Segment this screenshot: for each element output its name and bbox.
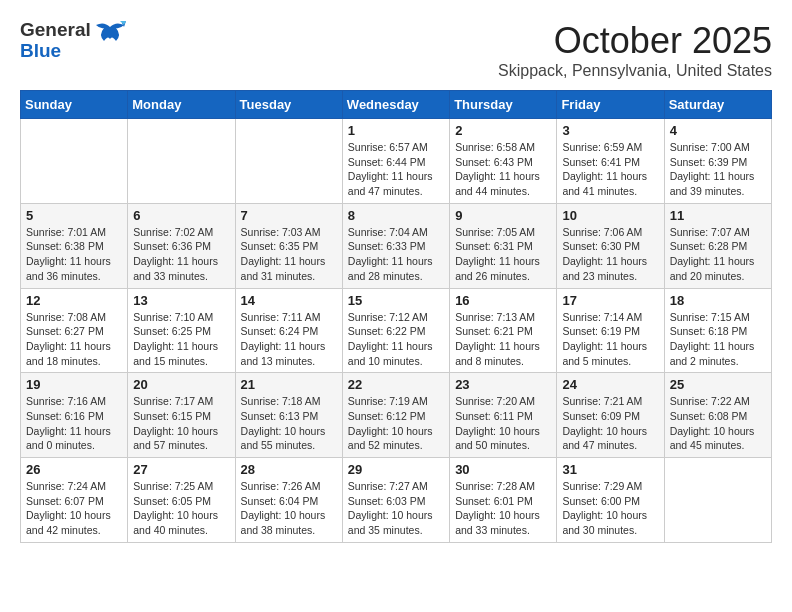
day-info: Sunrise: 7:27 AM Sunset: 6:03 PM Dayligh… (348, 479, 444, 538)
calendar-cell: 21Sunrise: 7:18 AM Sunset: 6:13 PM Dayli… (235, 373, 342, 458)
day-number: 16 (455, 293, 551, 308)
calendar-cell (21, 119, 128, 204)
calendar-cell: 10Sunrise: 7:06 AM Sunset: 6:30 PM Dayli… (557, 203, 664, 288)
calendar-cell: 7Sunrise: 7:03 AM Sunset: 6:35 PM Daylig… (235, 203, 342, 288)
calendar-table: SundayMondayTuesdayWednesdayThursdayFrid… (20, 90, 772, 543)
day-info: Sunrise: 7:19 AM Sunset: 6:12 PM Dayligh… (348, 394, 444, 453)
day-info: Sunrise: 6:57 AM Sunset: 6:44 PM Dayligh… (348, 140, 444, 199)
calendar-cell (235, 119, 342, 204)
calendar-week-4: 19Sunrise: 7:16 AM Sunset: 6:16 PM Dayli… (21, 373, 772, 458)
calendar-cell (128, 119, 235, 204)
day-number: 13 (133, 293, 229, 308)
day-number: 7 (241, 208, 337, 223)
day-info: Sunrise: 7:22 AM Sunset: 6:08 PM Dayligh… (670, 394, 766, 453)
day-info: Sunrise: 7:06 AM Sunset: 6:30 PM Dayligh… (562, 225, 658, 284)
day-info: Sunrise: 7:13 AM Sunset: 6:21 PM Dayligh… (455, 310, 551, 369)
day-info: Sunrise: 7:05 AM Sunset: 6:31 PM Dayligh… (455, 225, 551, 284)
calendar-cell: 26Sunrise: 7:24 AM Sunset: 6:07 PM Dayli… (21, 458, 128, 543)
weekday-header-thursday: Thursday (450, 91, 557, 119)
weekday-header-row: SundayMondayTuesdayWednesdayThursdayFrid… (21, 91, 772, 119)
day-number: 14 (241, 293, 337, 308)
calendar-cell: 8Sunrise: 7:04 AM Sunset: 6:33 PM Daylig… (342, 203, 449, 288)
weekday-header-saturday: Saturday (664, 91, 771, 119)
day-info: Sunrise: 6:58 AM Sunset: 6:43 PM Dayligh… (455, 140, 551, 199)
day-number: 21 (241, 377, 337, 392)
day-info: Sunrise: 7:03 AM Sunset: 6:35 PM Dayligh… (241, 225, 337, 284)
calendar-cell: 13Sunrise: 7:10 AM Sunset: 6:25 PM Dayli… (128, 288, 235, 373)
day-number: 24 (562, 377, 658, 392)
calendar-cell: 2Sunrise: 6:58 AM Sunset: 6:43 PM Daylig… (450, 119, 557, 204)
day-info: Sunrise: 7:02 AM Sunset: 6:36 PM Dayligh… (133, 225, 229, 284)
day-number: 19 (26, 377, 122, 392)
day-number: 27 (133, 462, 229, 477)
day-number: 30 (455, 462, 551, 477)
weekday-header-tuesday: Tuesday (235, 91, 342, 119)
day-number: 3 (562, 123, 658, 138)
calendar-cell: 22Sunrise: 7:19 AM Sunset: 6:12 PM Dayli… (342, 373, 449, 458)
day-number: 20 (133, 377, 229, 392)
day-info: Sunrise: 7:07 AM Sunset: 6:28 PM Dayligh… (670, 225, 766, 284)
day-info: Sunrise: 7:14 AM Sunset: 6:19 PM Dayligh… (562, 310, 658, 369)
page-header: General Blue October 2025 Skippack, Penn… (20, 20, 772, 80)
day-info: Sunrise: 7:00 AM Sunset: 6:39 PM Dayligh… (670, 140, 766, 199)
day-number: 29 (348, 462, 444, 477)
calendar-cell: 15Sunrise: 7:12 AM Sunset: 6:22 PM Dayli… (342, 288, 449, 373)
calendar-body: 1Sunrise: 6:57 AM Sunset: 6:44 PM Daylig… (21, 119, 772, 543)
day-number: 28 (241, 462, 337, 477)
logo-bird-icon (94, 21, 126, 61)
day-info: Sunrise: 7:16 AM Sunset: 6:16 PM Dayligh… (26, 394, 122, 453)
calendar-cell: 29Sunrise: 7:27 AM Sunset: 6:03 PM Dayli… (342, 458, 449, 543)
day-info: Sunrise: 7:12 AM Sunset: 6:22 PM Dayligh… (348, 310, 444, 369)
day-number: 26 (26, 462, 122, 477)
day-info: Sunrise: 7:24 AM Sunset: 6:07 PM Dayligh… (26, 479, 122, 538)
calendar-cell: 16Sunrise: 7:13 AM Sunset: 6:21 PM Dayli… (450, 288, 557, 373)
day-number: 15 (348, 293, 444, 308)
day-number: 6 (133, 208, 229, 223)
calendar-week-5: 26Sunrise: 7:24 AM Sunset: 6:07 PM Dayli… (21, 458, 772, 543)
calendar-cell: 3Sunrise: 6:59 AM Sunset: 6:41 PM Daylig… (557, 119, 664, 204)
day-info: Sunrise: 7:25 AM Sunset: 6:05 PM Dayligh… (133, 479, 229, 538)
calendar-week-1: 1Sunrise: 6:57 AM Sunset: 6:44 PM Daylig… (21, 119, 772, 204)
calendar-cell: 19Sunrise: 7:16 AM Sunset: 6:16 PM Dayli… (21, 373, 128, 458)
month-title: October 2025 (498, 20, 772, 62)
day-number: 25 (670, 377, 766, 392)
calendar-cell: 6Sunrise: 7:02 AM Sunset: 6:36 PM Daylig… (128, 203, 235, 288)
calendar-cell: 9Sunrise: 7:05 AM Sunset: 6:31 PM Daylig… (450, 203, 557, 288)
day-info: Sunrise: 7:20 AM Sunset: 6:11 PM Dayligh… (455, 394, 551, 453)
day-number: 12 (26, 293, 122, 308)
calendar-cell: 31Sunrise: 7:29 AM Sunset: 6:00 PM Dayli… (557, 458, 664, 543)
day-info: Sunrise: 7:04 AM Sunset: 6:33 PM Dayligh… (348, 225, 444, 284)
day-number: 17 (562, 293, 658, 308)
calendar-cell: 25Sunrise: 7:22 AM Sunset: 6:08 PM Dayli… (664, 373, 771, 458)
calendar-cell: 5Sunrise: 7:01 AM Sunset: 6:38 PM Daylig… (21, 203, 128, 288)
day-number: 5 (26, 208, 122, 223)
day-number: 2 (455, 123, 551, 138)
location: Skippack, Pennsylvania, United States (498, 62, 772, 80)
title-block: October 2025 Skippack, Pennsylvania, Uni… (498, 20, 772, 80)
day-info: Sunrise: 7:10 AM Sunset: 6:25 PM Dayligh… (133, 310, 229, 369)
weekday-header-sunday: Sunday (21, 91, 128, 119)
day-number: 10 (562, 208, 658, 223)
day-number: 23 (455, 377, 551, 392)
day-number: 1 (348, 123, 444, 138)
calendar-cell: 30Sunrise: 7:28 AM Sunset: 6:01 PM Dayli… (450, 458, 557, 543)
calendar-cell: 27Sunrise: 7:25 AM Sunset: 6:05 PM Dayli… (128, 458, 235, 543)
day-info: Sunrise: 7:15 AM Sunset: 6:18 PM Dayligh… (670, 310, 766, 369)
calendar-cell: 17Sunrise: 7:14 AM Sunset: 6:19 PM Dayli… (557, 288, 664, 373)
calendar-cell: 4Sunrise: 7:00 AM Sunset: 6:39 PM Daylig… (664, 119, 771, 204)
calendar-cell (664, 458, 771, 543)
day-info: Sunrise: 7:21 AM Sunset: 6:09 PM Dayligh… (562, 394, 658, 453)
day-number: 4 (670, 123, 766, 138)
weekday-header-friday: Friday (557, 91, 664, 119)
calendar-cell: 24Sunrise: 7:21 AM Sunset: 6:09 PM Dayli… (557, 373, 664, 458)
calendar-week-2: 5Sunrise: 7:01 AM Sunset: 6:38 PM Daylig… (21, 203, 772, 288)
day-info: Sunrise: 7:11 AM Sunset: 6:24 PM Dayligh… (241, 310, 337, 369)
calendar-cell: 1Sunrise: 6:57 AM Sunset: 6:44 PM Daylig… (342, 119, 449, 204)
day-info: Sunrise: 7:18 AM Sunset: 6:13 PM Dayligh… (241, 394, 337, 453)
day-number: 31 (562, 462, 658, 477)
calendar-cell: 11Sunrise: 7:07 AM Sunset: 6:28 PM Dayli… (664, 203, 771, 288)
weekday-header-monday: Monday (128, 91, 235, 119)
calendar-cell: 12Sunrise: 7:08 AM Sunset: 6:27 PM Dayli… (21, 288, 128, 373)
logo: General Blue (20, 20, 126, 62)
day-info: Sunrise: 7:01 AM Sunset: 6:38 PM Dayligh… (26, 225, 122, 284)
